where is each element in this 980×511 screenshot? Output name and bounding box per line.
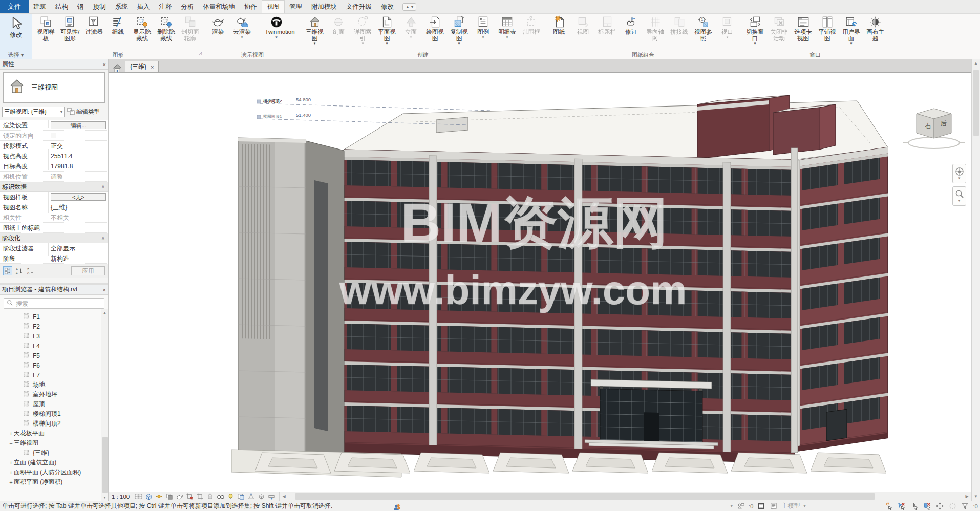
- tree-item[interactable]: {三维}: [0, 448, 108, 458]
- ribbon-group-label[interactable]: 选择 ▾: [2, 51, 30, 59]
- tree-scrollbar[interactable]: ▲ ▼: [101, 309, 108, 501]
- ribbon-button-revisions[interactable]: 修订: [619, 14, 643, 35]
- tree-item[interactable]: F5: [0, 351, 108, 360]
- menu-tab-预制[interactable]: 预制: [89, 0, 111, 13]
- worksets-dialog-icon[interactable]: [757, 502, 765, 510]
- expand-icon[interactable]: +: [8, 460, 14, 466]
- scroll-down-icon[interactable]: ▼: [101, 494, 108, 501]
- menu-tab-插入[interactable]: 插入: [133, 0, 155, 13]
- tree-item[interactable]: +面积平面 (净面积): [0, 477, 108, 487]
- ribbon-button-schedule[interactable]: 明细表▾: [495, 14, 519, 39]
- tree-item[interactable]: +天花板平面: [0, 429, 108, 438]
- tree-item[interactable]: 楼梯间顶1: [0, 409, 108, 419]
- close-icon[interactable]: ×: [151, 64, 154, 70]
- property-value[interactable]: 全部显示: [48, 243, 108, 253]
- home-icon[interactable]: [111, 61, 122, 72]
- ribbon-button-tab-views[interactable]: 选项卡视图: [791, 14, 815, 41]
- ribbon-button-plan-view[interactable]: 平面视图▾: [375, 14, 399, 45]
- tree-item[interactable]: +立面 (建筑立面): [0, 458, 108, 467]
- visual-style-toggle[interactable]: [144, 493, 153, 500]
- property-value[interactable]: 新构造: [48, 253, 108, 263]
- property-value[interactable]: <无>: [48, 192, 108, 202]
- horizontal-scrollbar[interactable]: ◀ ▶: [279, 492, 971, 501]
- properties-header[interactable]: 属性 ×: [0, 59, 108, 70]
- tree-item[interactable]: F4: [0, 341, 108, 351]
- project-browser-header[interactable]: 项目浏览器 - 建筑和结构.rvt ×: [0, 285, 108, 295]
- crop-view-toggle[interactable]: [185, 493, 194, 500]
- tree-item[interactable]: 屋顶: [0, 399, 108, 409]
- select-links-toggle[interactable]: [884, 502, 893, 510]
- select-pinned-toggle[interactable]: [910, 502, 919, 510]
- collapse-icon[interactable]: −: [8, 440, 14, 446]
- menu-tab-分析[interactable]: 分析: [177, 0, 199, 13]
- ribbon-button-render[interactable]: 渲染: [206, 14, 230, 35]
- ribbon-button-filter[interactable]: 过滤器: [82, 14, 106, 35]
- active-design-option[interactable]: 主模型: [781, 502, 800, 510]
- expand-icon[interactable]: +: [8, 431, 14, 437]
- drag-on-selection-toggle[interactable]: [935, 502, 944, 510]
- scroll-thumb[interactable]: [973, 70, 979, 136]
- menu-tab-附加模块[interactable]: 附加模块: [307, 0, 342, 13]
- scroll-down-icon[interactable]: ▼: [974, 493, 978, 501]
- ribbon-button-view-3d[interactable]: 三维视图▾: [303, 14, 327, 45]
- sort-ascending-icon[interactable]: AZ: [14, 266, 24, 275]
- drawing-canvas[interactable]: 楼梯间顶2 54.800 楼梯间顶1 51.400 BIM资源网 www.bim…: [109, 73, 971, 492]
- editing-requests-icon[interactable]: [736, 502, 745, 510]
- property-value[interactable]: [48, 223, 108, 232]
- viewcube[interactable]: 右 后: [903, 109, 965, 148]
- ribbon-button-remove-hidden-lines[interactable]: 删除隐藏线: [154, 14, 178, 41]
- tree-item[interactable]: F6: [0, 360, 108, 370]
- tree-item[interactable]: F1: [0, 312, 108, 322]
- tree-item[interactable]: 场地: [0, 380, 108, 390]
- ribbon-button-twinmotion[interactable]: Twinmotion▾: [254, 14, 299, 39]
- ribbon-button-visibility-graphics[interactable]: 可见性/图形: [58, 14, 82, 41]
- selection-filter-icon[interactable]: [961, 502, 969, 510]
- select-underlay-toggle[interactable]: [897, 502, 906, 510]
- ribbon-button-switch-windows[interactable]: 切换窗口▾: [743, 14, 767, 45]
- tree-item[interactable]: −三维视图: [0, 438, 108, 448]
- ribbon-button-legend[interactable]: 图例▾: [471, 14, 495, 39]
- property-section-header[interactable]: 标识数据∧: [0, 182, 108, 192]
- vertical-scrollbar[interactable]: ▲ ▼: [971, 59, 980, 501]
- ribbon-button-thin-lines[interactable]: 细线: [106, 14, 130, 35]
- sun-path-toggle[interactable]: [155, 493, 163, 500]
- menu-tab-协作[interactable]: 协作: [240, 0, 262, 13]
- view-tab-3d[interactable]: {三维} ×: [125, 61, 159, 72]
- reveal-hidden-toggle[interactable]: [226, 493, 235, 500]
- ribbon-button-cloud-render[interactable]: 云渲染▾: [230, 14, 254, 39]
- tree-item[interactable]: F2: [0, 322, 108, 331]
- instance-selector[interactable]: 三维视图: {三维} ▾: [2, 107, 65, 117]
- chevron-down-icon[interactable]: ▾: [803, 504, 805, 508]
- menu-tab-结构[interactable]: 结构: [51, 0, 73, 13]
- crop-region-toggle[interactable]: [196, 493, 204, 500]
- worksets-icon[interactable]: [392, 502, 400, 511]
- close-icon[interactable]: ×: [103, 287, 106, 293]
- ribbon-button-duplicate-view[interactable]: 复制视图▾: [447, 14, 471, 45]
- property-value-button[interactable]: 编辑...: [51, 121, 106, 129]
- zoom-button[interactable]: ▾: [952, 186, 966, 206]
- ribbon-button-view-template[interactable]: 视图样板: [34, 14, 58, 41]
- apply-button[interactable]: 应用: [71, 266, 105, 275]
- navigation-wheel-button[interactable]: ▾: [952, 164, 966, 183]
- design-options-icon[interactable]: [769, 502, 778, 510]
- view-scale[interactable]: 1 : 100: [112, 494, 130, 500]
- property-value[interactable]: 25511.4: [48, 151, 108, 161]
- shadows-toggle[interactable]: [165, 493, 174, 500]
- chevron-down-icon[interactable]: ▾: [731, 504, 733, 508]
- menu-tab-注释[interactable]: 注释: [155, 0, 177, 13]
- scroll-thumb[interactable]: [295, 493, 875, 500]
- expand-icon[interactable]: +: [8, 479, 14, 485]
- property-value[interactable]: {三维}: [48, 202, 108, 212]
- tree-item[interactable]: F3: [0, 331, 108, 341]
- ribbon-state-toggle[interactable]: ▲▾: [402, 3, 416, 11]
- property-value[interactable]: 正交: [48, 141, 108, 151]
- edit-type-button[interactable]: 编辑类型: [67, 107, 100, 116]
- ribbon-button-sheet[interactable]: 图纸: [547, 14, 571, 35]
- scroll-up-icon[interactable]: ▲: [974, 59, 978, 68]
- group-sort-icon[interactable]: [3, 266, 12, 275]
- displacement-toggle[interactable]: [257, 493, 266, 500]
- property-value[interactable]: 编辑...: [48, 120, 108, 130]
- locked-3d-toggle[interactable]: [206, 493, 215, 500]
- scroll-left-icon[interactable]: ◀: [280, 492, 288, 501]
- ribbon-button-tile-views[interactable]: 平铺视图: [815, 14, 839, 41]
